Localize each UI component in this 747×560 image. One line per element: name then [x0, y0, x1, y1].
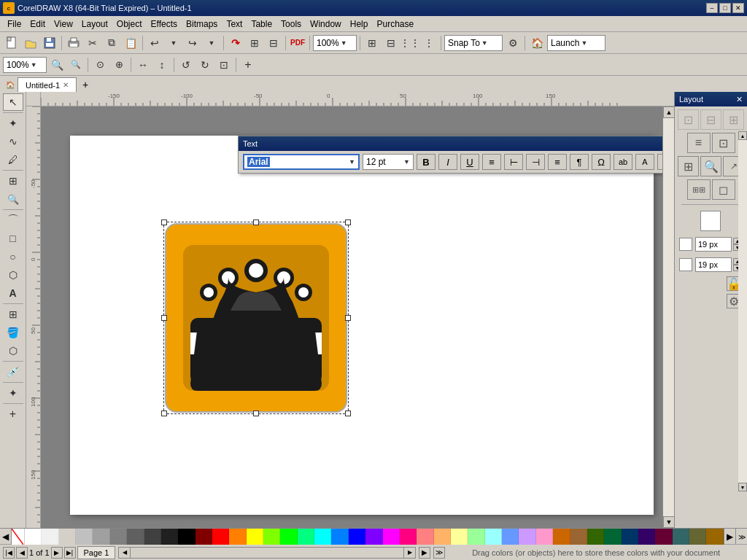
menu-item-object[interactable]: Object — [112, 18, 147, 31]
height-input[interactable]: 19 px — [695, 257, 732, 272]
svg-image[interactable]: SVG — [165, 223, 347, 413]
color-swatch-30[interactable] — [536, 529, 553, 545]
color-swatch-29[interactable] — [519, 529, 535, 545]
menu-item-view[interactable]: View — [50, 18, 77, 31]
indent-btn[interactable]: ⊢ — [504, 154, 523, 170]
color-scroll-right[interactable]: ▶ — [724, 529, 735, 545]
italic-button[interactable]: I — [438, 154, 457, 170]
tab-close-btn[interactable]: ✕ — [63, 81, 69, 89]
vertical-scrollbar[interactable]: ▲ ▼ — [662, 106, 674, 528]
view-btn4[interactable]: ⋮ — [420, 34, 438, 52]
color-swatch-5[interactable] — [110, 529, 127, 545]
save-button[interactable] — [41, 34, 58, 52]
menu-item-file[interactable]: File — [3, 18, 26, 31]
new-tab-btn[interactable]: + — [78, 77, 93, 92]
color-scroll-left[interactable]: ◀ — [0, 529, 12, 545]
copy-button[interactable]: ⧉ — [103, 34, 120, 52]
select-tool[interactable]: ↖ — [3, 93, 23, 111]
color-swatch-34[interactable] — [604, 529, 621, 545]
underline-button[interactable]: U — [460, 154, 479, 170]
smart-fill[interactable]: ⬡ — [3, 342, 23, 359]
color-swatch-17[interactable] — [314, 529, 331, 545]
align-button[interactable]: ⊞ — [246, 34, 263, 52]
view-btn1[interactable]: ⊞ — [363, 34, 381, 52]
color-swatch-37[interactable] — [655, 529, 672, 545]
layout-btn-6[interactable]: ⊞ — [678, 156, 699, 176]
zoom-in-btn[interactable]: 🔍 — [67, 56, 85, 74]
new-button[interactable] — [3, 34, 20, 52]
font-size-select[interactable]: 12 pt ▼ — [363, 154, 414, 170]
color-swatch-19[interactable] — [349, 529, 365, 545]
scroll-down-btn[interactable]: ▼ — [663, 516, 674, 528]
color-swatch-4[interactable] — [93, 529, 109, 545]
color-swatch-14[interactable] — [263, 529, 280, 545]
menu-item-effects[interactable]: Effects — [147, 18, 182, 31]
color-swatch-6[interactable] — [127, 529, 144, 545]
layout-btn-7[interactable]: 🔍 — [700, 156, 721, 176]
rotate-btn[interactable]: ↺ — [177, 56, 195, 74]
active-tab[interactable]: Untitled-1 ✕ — [18, 77, 77, 92]
polygon-tool[interactable]: ⬡ — [3, 266, 23, 284]
color-swatch-26[interactable] — [468, 529, 484, 545]
paste-button[interactable]: 📋 — [122, 34, 139, 52]
color-swatch-38[interactable] — [673, 529, 689, 545]
charmap-btn[interactable]: Ω — [592, 154, 611, 170]
transform-button[interactable]: ↷ — [227, 34, 244, 52]
style-btn[interactable]: A — [635, 154, 654, 170]
color-swatch-15[interactable] — [280, 529, 297, 545]
open-button[interactable] — [22, 34, 39, 52]
size-dropdown-arrow[interactable]: ▼ — [403, 158, 410, 166]
bold-button[interactable]: B — [417, 154, 436, 170]
menu-item-tools[interactable]: Tools — [276, 18, 306, 31]
mirror-v[interactable]: ↕ — [153, 56, 171, 74]
color-swatch-9[interactable] — [178, 529, 195, 545]
layout-close-btn[interactable]: ✕ — [736, 95, 743, 104]
star-btn[interactable]: ☆ — [657, 154, 662, 170]
ellipse-tool[interactable]: ○ — [3, 248, 23, 265]
font-dropdown-arrow[interactable]: ▼ — [349, 158, 355, 166]
artistic-tool[interactable]: 🖊 — [3, 151, 23, 168]
scale-btn[interactable]: ⊡ — [215, 56, 233, 74]
panel-scroll-up[interactable]: ▲ — [738, 131, 747, 140]
shape-tool[interactable]: ✦ — [3, 114, 23, 132]
char-btn[interactable]: ab — [614, 154, 632, 170]
horizontal-scrollbar[interactable]: ◀ ▶ — [118, 547, 416, 559]
color-swatch-2[interactable] — [59, 529, 76, 545]
hscroll-left[interactable]: ◀ — [119, 548, 131, 558]
zoom-out-btn[interactable]: 🔍 — [48, 56, 66, 74]
hscroll-right[interactable]: ▶ — [403, 548, 415, 558]
list-btn[interactable]: ≡ — [548, 154, 567, 170]
undo-dd[interactable]: ▼ — [165, 34, 182, 52]
scroll-extra-1[interactable]: ▶ — [419, 547, 430, 559]
menu-item-layout[interactable]: Layout — [77, 18, 112, 31]
interactive-tool[interactable]: ✦ — [3, 384, 23, 402]
color-swatch-20[interactable] — [365, 529, 382, 545]
color-swatch-22[interactable] — [400, 529, 417, 545]
cut-button[interactable]: ✂ — [84, 34, 101, 52]
color-swatch-32[interactable] — [570, 529, 587, 545]
menu-item-help[interactable]: Help — [346, 18, 373, 31]
layout-btn-9[interactable]: ⊞⊞ — [687, 179, 711, 200]
scroll-up-btn[interactable]: ▲ — [663, 106, 674, 118]
indent2-btn[interactable]: ⊣ — [526, 154, 545, 170]
curve-tool[interactable]: ⌒ — [3, 211, 23, 229]
drawing-canvas[interactable]: Text ✕ Arial ▼ 12 pt ▼ — [70, 136, 654, 515]
first-page-btn[interactable]: |◀ — [3, 547, 15, 559]
text-tool[interactable]: A — [3, 284, 23, 302]
menu-item-table[interactable]: Table — [247, 18, 276, 31]
zoom-input[interactable]: 100% ▼ — [3, 57, 47, 73]
color-swatch-31[interactable] — [553, 529, 570, 545]
redo-button[interactable]: ↪ — [184, 34, 201, 52]
settings-button[interactable]: ⚙ — [504, 34, 522, 52]
undo-button[interactable]: ↩ — [146, 34, 163, 52]
crop-tool[interactable]: ⊞ — [3, 172, 23, 190]
zoom-dropdown[interactable]: 100% ▼ — [313, 35, 357, 51]
color-swatch-27[interactable] — [485, 529, 502, 545]
page1-tab[interactable]: Page 1 — [77, 546, 116, 559]
zoom-fit[interactable]: ⊕ — [110, 56, 128, 74]
menu-item-edit[interactable]: Edit — [26, 18, 50, 31]
no-color-swatch[interactable] — [12, 529, 25, 545]
width-input[interactable]: 19 px — [695, 237, 732, 252]
layout-btn-3[interactable]: ⊞ — [723, 109, 744, 130]
color-swatch-1[interactable] — [42, 529, 58, 545]
